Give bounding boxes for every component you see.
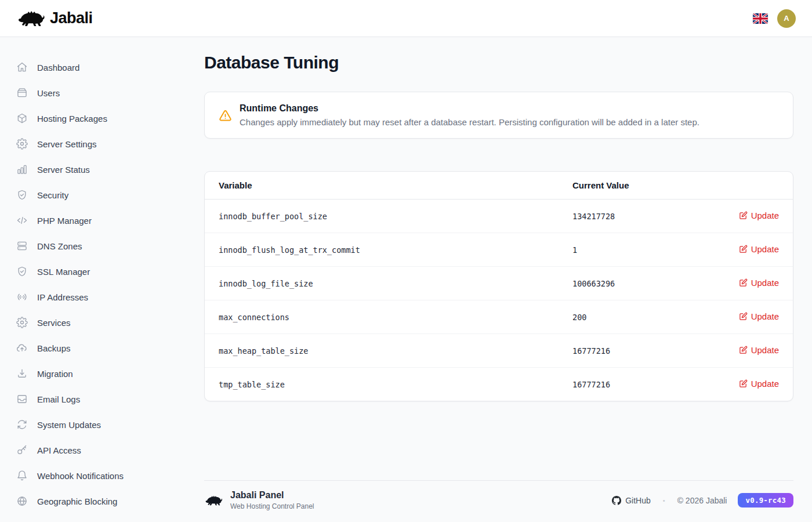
sidebar-item-migration[interactable]: Migration	[0, 361, 186, 386]
value-cell: 16777216	[559, 368, 698, 401]
page-title: Database Tuning	[204, 53, 793, 72]
table-row: max_heap_table_size16777216Update	[205, 334, 793, 368]
edit-pencil-icon	[739, 278, 748, 287]
sidebar-item-label: DNS Zones	[37, 241, 82, 251]
sidebar-item-label: Geographic Blocking	[37, 496, 117, 506]
main-content: Database Tuning Runtime Changes Changes …	[186, 37, 812, 522]
update-link[interactable]: Update	[739, 244, 779, 254]
update-link[interactable]: Update	[739, 345, 779, 355]
broadcast-icon	[16, 291, 28, 303]
update-label: Update	[751, 345, 779, 355]
sidebar-item-label: Users	[37, 88, 60, 98]
layout: DashboardUsersHosting PackagesServer Set…	[0, 37, 812, 522]
brand-logo[interactable]: Jabali	[16, 8, 93, 29]
sidebar-item-security[interactable]: Security	[0, 182, 186, 208]
edit-pencil-icon	[739, 211, 748, 220]
footer-brand-block: Jabali Panel Web Hosting Control Panel	[204, 490, 314, 510]
sidebar-item-services[interactable]: Services	[0, 310, 186, 335]
download-icon	[16, 368, 28, 379]
table-row: innodb_flush_log_at_trx_commit1Update	[205, 233, 793, 267]
variables-table: Variable Current Value innodb_buffer_poo…	[205, 172, 793, 401]
shield-check-icon	[16, 266, 28, 277]
action-cell: Update	[698, 200, 793, 233]
sidebar-item-label: IP Addresses	[37, 292, 88, 302]
update-label: Update	[751, 311, 779, 321]
sidebar-item-label: Services	[37, 318, 71, 328]
copyright-text: © 2026 Jabali	[677, 496, 727, 505]
boar-icon	[16, 8, 45, 29]
update-label: Update	[751, 278, 779, 288]
runtime-changes-callout: Runtime Changes Changes apply immediatel…	[204, 92, 793, 139]
globe-icon	[16, 495, 28, 507]
key-icon	[16, 444, 28, 456]
value-cell: 1	[559, 233, 698, 267]
update-link[interactable]: Update	[739, 211, 779, 220]
action-cell: Update	[698, 267, 793, 300]
variable-cell: innodb_log_file_size	[205, 267, 559, 300]
top-bar-actions: A	[753, 9, 796, 28]
top-bar: Jabali A	[0, 0, 812, 37]
avatar[interactable]: A	[777, 9, 796, 28]
sidebar-item-ssl-manager[interactable]: SSL Manager	[0, 259, 186, 284]
sidebar-item-label: API Access	[37, 445, 81, 455]
server-icon	[16, 240, 28, 252]
variable-cell: innodb_buffer_pool_size	[205, 200, 559, 233]
table-body: innodb_buffer_pool_size134217728Updatein…	[205, 200, 793, 401]
warning-triangle-icon	[219, 109, 232, 122]
value-cell: 100663296	[559, 267, 698, 300]
column-header-actions	[698, 172, 793, 200]
refresh-icon	[16, 419, 28, 430]
sidebar-item-api-access[interactable]: API Access	[0, 437, 186, 463]
action-cell: Update	[698, 233, 793, 267]
update-link[interactable]: Update	[739, 379, 779, 389]
inbox-icon	[16, 393, 28, 405]
home-icon	[16, 61, 28, 73]
footer-brand-text: Jabali Panel Web Hosting Control Panel	[230, 490, 314, 510]
edit-pencil-icon	[739, 312, 748, 321]
sidebar-item-backups[interactable]: Backups	[0, 335, 186, 361]
sidebar-item-server-status[interactable]: Server Status	[0, 157, 186, 182]
warning-text-block: Runtime Changes Changes apply immediatel…	[240, 103, 699, 127]
table-row: max_connections200Update	[205, 300, 793, 334]
edit-pencil-icon	[739, 346, 748, 354]
variable-cell: innodb_flush_log_at_trx_commit	[205, 233, 559, 267]
sidebar-item-ip-addresses[interactable]: IP Addresses	[0, 284, 186, 310]
update-link[interactable]: Update	[739, 311, 779, 321]
footer: Jabali Panel Web Hosting Control Panel G…	[204, 480, 793, 522]
variable-cell: max_heap_table_size	[205, 334, 559, 368]
sidebar-item-dashboard[interactable]: Dashboard	[0, 55, 186, 80]
table-header-row: Variable Current Value	[205, 172, 793, 200]
sidebar-item-webhook-notifications[interactable]: Webhook Notifications	[0, 463, 186, 488]
sidebar-item-php-manager[interactable]: PHP Manager	[0, 208, 186, 233]
action-cell: Update	[698, 300, 793, 334]
sidebar-item-geographic-blocking[interactable]: Geographic Blocking	[0, 488, 186, 514]
github-icon	[612, 496, 621, 505]
sidebar-item-label: Hosting Packages	[37, 114, 107, 124]
bell-icon	[16, 470, 28, 481]
update-link[interactable]: Update	[739, 278, 779, 288]
sidebar-item-server-settings[interactable]: Server Settings	[0, 131, 186, 157]
update-label: Update	[751, 211, 779, 220]
footer-tagline: Web Hosting Control Panel	[230, 502, 314, 510]
sidebar-item-system-updates[interactable]: System Updates	[0, 412, 186, 437]
sidebar-item-label: System Updates	[37, 420, 101, 430]
sidebar-item-label: Dashboard	[37, 63, 79, 72]
sidebar-item-label: Webhook Notifications	[37, 471, 124, 481]
github-link[interactable]: GitHub	[612, 496, 651, 505]
sidebar-item-email-logs[interactable]: Email Logs	[0, 386, 186, 412]
bar-chart-icon	[16, 164, 28, 175]
sidebar-item-label: PHP Manager	[37, 216, 92, 226]
sidebar-item-dns-zones[interactable]: DNS Zones	[0, 233, 186, 259]
sidebar-item-label: Backups	[37, 343, 71, 353]
footer-brand-name: Jabali Panel	[230, 490, 314, 501]
table-row: innodb_log_file_size100663296Update	[205, 267, 793, 300]
shield-check-icon	[16, 189, 28, 201]
footer-links: GitHub • © 2026 Jabali v0.9-rc43	[612, 493, 793, 507]
edit-pencil-icon	[739, 245, 748, 253]
sidebar-item-hosting-packages[interactable]: Hosting Packages	[0, 106, 186, 131]
sidebar-item-label: Email Logs	[37, 394, 80, 404]
variable-cell: max_connections	[205, 300, 559, 334]
sidebar-item-users[interactable]: Users	[0, 80, 186, 106]
language-flag-icon[interactable]	[753, 13, 768, 24]
gear-icon	[16, 317, 28, 328]
